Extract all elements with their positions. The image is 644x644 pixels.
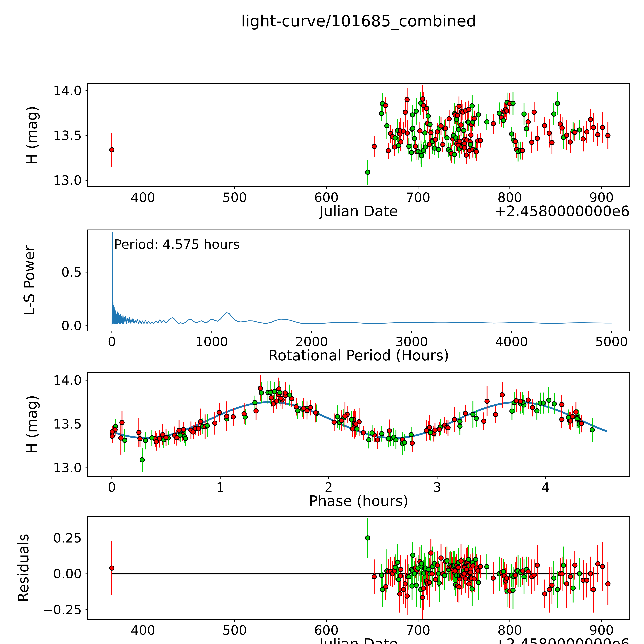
data-point <box>143 438 148 443</box>
data-point <box>510 409 514 413</box>
data-point <box>588 117 593 122</box>
data-point <box>150 436 154 440</box>
data-point <box>439 556 443 560</box>
x-tick-label: 1 <box>216 480 224 495</box>
period-annotation: Period: 4.575 hours <box>114 237 240 252</box>
x-tick-label: 400 <box>131 190 155 205</box>
data-point <box>423 131 427 135</box>
data-point <box>574 410 578 414</box>
data-point <box>407 574 411 579</box>
x-axis-label: Rotational Period (Hours) <box>268 347 449 364</box>
data-point <box>213 421 217 425</box>
data-point <box>458 424 462 428</box>
data-point <box>511 588 515 592</box>
data-point <box>110 430 114 434</box>
data-point <box>462 146 467 150</box>
data-point <box>464 153 469 157</box>
data-point <box>375 438 380 442</box>
x-axis-offset: +2.4580000000e6 <box>494 203 630 219</box>
data-point <box>372 574 376 579</box>
data-point <box>399 140 403 144</box>
data-point <box>591 125 595 130</box>
data-point <box>409 433 413 437</box>
data-point <box>386 149 391 153</box>
data-point <box>231 415 235 419</box>
y-tick-label: 14.0 <box>53 83 82 98</box>
data-point <box>596 562 600 566</box>
data-point <box>482 419 486 423</box>
data-point <box>564 582 569 586</box>
data-point <box>269 396 273 400</box>
data-point <box>437 581 441 585</box>
data-point <box>283 391 287 395</box>
data-point <box>278 390 282 395</box>
y-tick-label: 13.5 <box>53 128 82 143</box>
data-point <box>581 137 585 141</box>
data-point <box>419 562 424 566</box>
data-point <box>560 126 564 130</box>
data-point <box>410 113 415 117</box>
data-point <box>462 128 466 133</box>
data-point <box>457 584 461 589</box>
x-axis-label: Phase (hours) <box>309 493 408 509</box>
data-point <box>543 592 547 596</box>
data-point <box>225 414 229 418</box>
x-axis-label: Julian Date <box>319 635 398 644</box>
data-point <box>600 564 605 569</box>
data-point <box>110 434 114 438</box>
x-axis-offset: +2.4580000000e6 <box>494 635 630 644</box>
data-point <box>393 136 397 140</box>
data-point <box>535 563 540 567</box>
data-point <box>560 402 564 407</box>
data-point <box>550 583 554 587</box>
y-tick-label: 14.0 <box>53 373 82 388</box>
data-point <box>294 405 298 409</box>
data-point <box>428 122 432 127</box>
data-point <box>501 569 506 574</box>
data-point <box>445 559 449 563</box>
data-point <box>454 136 458 140</box>
x-tick-label: 700 <box>406 190 430 205</box>
data-point <box>110 148 114 152</box>
data-point <box>501 118 506 122</box>
data-point <box>410 584 414 588</box>
data-point <box>198 420 203 424</box>
data-point <box>606 133 610 138</box>
data-point <box>242 412 246 416</box>
data-point <box>518 399 523 403</box>
data-point <box>467 107 471 112</box>
data-point <box>520 148 525 153</box>
data-point <box>530 405 535 410</box>
data-point <box>403 582 407 586</box>
data-point <box>426 567 430 572</box>
data-point <box>386 437 391 441</box>
data-point <box>436 572 441 576</box>
data-point <box>591 587 595 592</box>
data-point <box>424 106 429 111</box>
x-tick-label: 500 <box>222 623 247 638</box>
data-point <box>405 594 409 598</box>
data-point <box>476 580 481 585</box>
data-point <box>379 573 384 577</box>
data-point <box>411 126 415 130</box>
data-point <box>485 120 489 124</box>
data-point <box>579 421 584 426</box>
data-point <box>392 145 397 149</box>
figure-background <box>0 0 644 644</box>
data-point <box>561 563 566 567</box>
figure: light-curve/101685_combined4005006007008… <box>0 0 644 644</box>
data-point <box>458 419 462 424</box>
data-point <box>365 170 370 174</box>
data-point <box>456 565 460 570</box>
data-point <box>258 386 263 390</box>
data-point <box>413 144 418 148</box>
data-point <box>384 103 388 108</box>
data-point <box>387 429 392 433</box>
y-tick-label: 0.5 <box>61 265 82 280</box>
data-point <box>411 553 415 557</box>
data-point <box>530 140 534 145</box>
data-point <box>349 418 354 422</box>
y-axis-label: L-S Power <box>21 245 37 316</box>
y-axis-label: H (mag) <box>23 395 40 454</box>
data-point <box>120 420 124 425</box>
